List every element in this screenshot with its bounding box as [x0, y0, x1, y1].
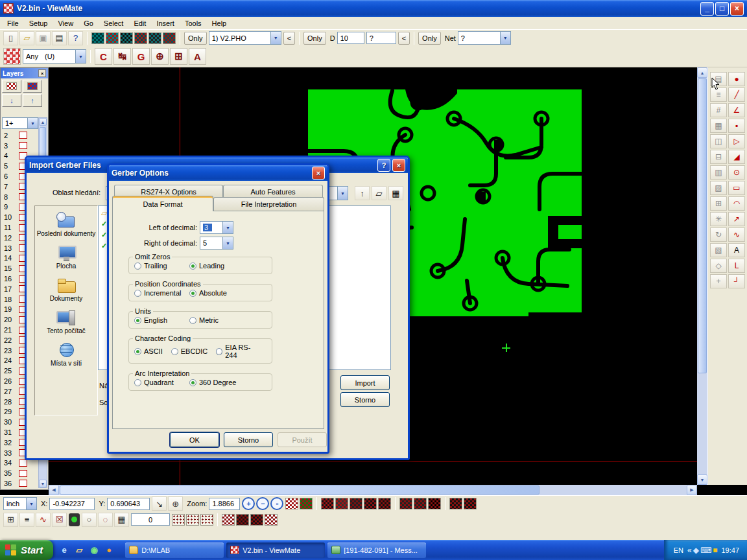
pattern-b-icon[interactable]: [236, 514, 249, 526]
board-view-icon[interactable]: [163, 32, 176, 44]
dcode-query-field[interactable]: ?: [366, 32, 396, 44]
chevron-down-icon[interactable]: ▼: [337, 187, 348, 200]
radio-english[interactable]: English: [134, 316, 189, 324]
task-d-mlab[interactable]: D:\MLAB: [125, 542, 224, 558]
layer-swatch[interactable]: [19, 480, 27, 487]
trace-display-icon[interactable]: [300, 498, 313, 509]
hatch-grid-icon[interactable]: ⊞: [170, 48, 187, 65]
canvas-vertical-scrollbar[interactable]: ▲ ▼: [697, 67, 707, 485]
tab-file-interpretation[interactable]: File Interpretation: [213, 197, 324, 211]
explorer-folder-icon[interactable]: ▱: [73, 544, 85, 556]
grid-view-icon[interactable]: [148, 32, 161, 44]
target-icon[interactable]: ⊕: [151, 48, 169, 65]
place-m-sta-v-s-ti[interactable]: Místa v síti: [35, 338, 97, 371]
print-icon[interactable]: ▤: [52, 31, 67, 45]
draw-vector-icon[interactable]: ↗: [728, 212, 745, 226]
cancel-button[interactable]: Storno: [340, 392, 390, 407]
apply-button[interactable]: Použít: [278, 432, 327, 447]
title-bar[interactable]: V2.bin - ViewMate _ □ ×: [0, 0, 747, 17]
pad-display-icon[interactable]: [285, 498, 298, 509]
trace-view-icon[interactable]: [120, 32, 133, 44]
net-cross-icon[interactable]: ☒: [52, 513, 67, 527]
draw-polyline-icon[interactable]: ∠: [728, 103, 745, 117]
traffic-light-icon[interactable]: [69, 513, 80, 526]
clock[interactable]: 19:47: [721, 546, 739, 554]
place-tento-po-ta[interactable]: Tento počítač: [35, 306, 97, 338]
save-icon[interactable]: ▣: [36, 31, 51, 45]
outline-display-icon[interactable]: [378, 498, 391, 509]
dcode-a-icon[interactable]: A: [189, 48, 206, 65]
task-v2-bin-viewmate[interactable]: V2.bin - ViewMate: [226, 542, 325, 558]
scroll-right-icon[interactable]: ▶: [687, 485, 697, 495]
select-display-icon[interactable]: [449, 498, 462, 509]
close-button[interactable]: ×: [312, 167, 325, 180]
chevron-down-icon[interactable]: ▼: [222, 222, 233, 233]
move-layer-up-button[interactable]: ↑: [23, 94, 42, 107]
net-combobox[interactable]: ? ▼: [458, 31, 511, 45]
chevron-down-icon[interactable]: ▼: [27, 118, 38, 128]
help-button[interactable]: ?: [377, 159, 390, 172]
dcode-step-button[interactable]: <: [398, 32, 410, 45]
tray-keyboard-icon[interactable]: ⌨: [700, 546, 711, 555]
menu-tools[interactable]: Tools: [180, 18, 207, 29]
only-dcode-toggle[interactable]: Only: [303, 32, 326, 45]
layer-row-36[interactable]: 36: [1, 478, 38, 489]
minimize-button[interactable]: _: [700, 2, 714, 16]
radio-incremental[interactable]: Incremental: [134, 289, 189, 297]
chevron-down-icon[interactable]: ▼: [270, 32, 281, 44]
dimension-tool-icon[interactable]: L: [728, 259, 745, 273]
draw-rectangle-icon[interactable]: ▪: [728, 119, 745, 133]
layer-swatch[interactable]: [19, 470, 27, 477]
draw-frame-icon[interactable]: ▭: [728, 181, 745, 195]
draw-polygon-icon[interactable]: ▷: [728, 134, 745, 148]
layer-colors-button[interactable]: [23, 80, 42, 93]
dcode-display-icon[interactable]: [414, 498, 427, 509]
chevron-down-icon[interactable]: ▼: [26, 498, 36, 509]
move-layer-down-button[interactable]: ↓: [2, 94, 21, 107]
layer-row-3[interactable]: 3: [1, 141, 38, 151]
scrollbar-thumb[interactable]: [60, 485, 540, 495]
scroll-down-icon[interactable]: ▼: [697, 474, 707, 485]
context-help-icon[interactable]: ?: [68, 31, 83, 45]
layer-row-2[interactable]: 2: [1, 130, 38, 141]
layer-swatch[interactable]: [19, 142, 27, 149]
zoom-in-icon[interactable]: +: [242, 497, 255, 510]
draw-line-icon[interactable]: ╱: [728, 88, 745, 102]
wave-icon[interactable]: ∿: [36, 513, 51, 527]
current-layer-combobox[interactable]: 1+ ▼: [2, 117, 38, 129]
y-coordinate-field[interactable]: 0.690643: [107, 498, 150, 510]
layers-panel-titlebar[interactable]: Layers ×: [1, 68, 48, 78]
dot-grid-medium-icon[interactable]: [186, 514, 199, 526]
tab-auto-features[interactable]: Auto Features: [223, 185, 323, 198]
place-posledn-dokumenty[interactable]: Poslední dokumenty: [35, 209, 97, 241]
import-button[interactable]: Import: [340, 375, 390, 390]
flash-display-icon[interactable]: [321, 498, 334, 509]
aperture-filter-combobox[interactable]: Any (U) ▼: [23, 49, 86, 64]
scroll-up-icon[interactable]: ▲: [39, 118, 47, 126]
only-net-toggle[interactable]: Only: [418, 32, 441, 45]
pattern-tool-icon[interactable]: ▨: [710, 181, 727, 195]
merge-tool-icon[interactable]: ⊞: [710, 196, 727, 211]
chevron-down-icon[interactable]: ▼: [222, 237, 233, 249]
radio-eia-rs-244[interactable]: EIA RS-244: [216, 344, 258, 359]
dcode-field[interactable]: 10: [337, 32, 364, 44]
text-tool-icon[interactable]: A: [728, 243, 745, 257]
layer-row-35[interactable]: 35: [1, 468, 38, 478]
dcode-c-icon[interactable]: C: [95, 48, 112, 65]
new-file-icon[interactable]: ▯: [3, 31, 18, 45]
tray-chevron-icon[interactable]: «: [687, 546, 692, 555]
layer-swatch[interactable]: [19, 132, 27, 139]
transform-icon[interactable]: ⊞: [3, 513, 18, 527]
radio-ebcdic[interactable]: EBCDIC: [171, 347, 208, 355]
open-file-icon[interactable]: ▱: [19, 31, 34, 45]
start-button[interactable]: Start: [0, 540, 53, 560]
pad-view-icon[interactable]: [106, 32, 119, 44]
draw-display-icon[interactable]: [335, 498, 348, 509]
maximize-button[interactable]: □: [715, 2, 729, 16]
origin-icon[interactable]: ⊕: [168, 496, 183, 511]
frame-view-icon[interactable]: [91, 32, 104, 44]
scroll-down-icon[interactable]: ▼: [39, 480, 47, 487]
pattern-d-icon[interactable]: [265, 514, 278, 526]
close-icon[interactable]: ×: [38, 69, 46, 77]
zoom-out-icon[interactable]: −: [256, 497, 269, 510]
